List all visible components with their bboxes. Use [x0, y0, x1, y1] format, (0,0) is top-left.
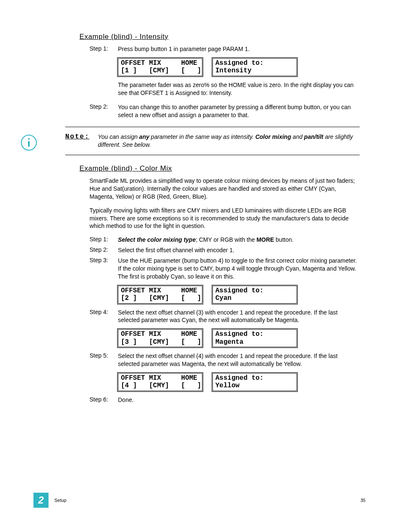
lcd-left: OFFSET MIX HOME [3 ] [CMY] [ ] [117, 328, 203, 348]
lcd-line: Assigned to: [215, 59, 263, 67]
lcd-display-row: OFFSET MIX HOME [1 ] [CMY] [ ] Assigned … [117, 57, 360, 77]
step-row: Step 4: Select the next offset channel (… [90, 309, 360, 325]
step-label: Step 4: [90, 309, 118, 325]
paragraph: Typically moving lights with filters are… [90, 207, 360, 230]
lcd-line: Assigned to: [215, 287, 263, 294]
lcd-line: [2 ] [CMY] [ ] [121, 294, 201, 302]
section-intensity: Example (blind) - Intensity Step 1: Pres… [79, 33, 360, 119]
lcd-right: Assigned to: Magenta [212, 328, 298, 348]
step-label: Step 1: [90, 236, 118, 244]
lcd-caption: The parameter fader was as zero% so the … [118, 81, 360, 97]
lcd-line: Cyan [215, 294, 231, 302]
step-row: Step 6: Done. [90, 396, 360, 404]
lcd-line: OFFSET MIX HOME [121, 330, 197, 338]
lcd-line: Yellow [215, 382, 240, 389]
step-text: Select the next offset channel (3) with … [118, 309, 360, 325]
chapter-number-box: 2 [33, 493, 49, 508]
lcd-display-row: OFFSET MIX HOME [4 ] [CMY] [ ] Assigned … [117, 372, 360, 392]
page: Example (blind) - Intensity Step 1: Pres… [0, 0, 399, 532]
note-block: Note: You can assign any parameter in th… [65, 127, 360, 155]
lcd-right: Assigned to: Intensity [212, 57, 298, 77]
lcd-line: Magenta [215, 338, 243, 346]
page-footer: 2 Setup 35 [33, 493, 366, 508]
step-label: Step 3: [90, 257, 118, 281]
lcd-line: Assigned to: [215, 374, 263, 382]
lcd-line: [4 ] [CMY] [ ] [121, 382, 201, 389]
lcd-line: Intensity [215, 67, 251, 74]
step-label: Step 6: [90, 396, 118, 404]
step-label: Step 5: [90, 352, 118, 368]
lcd-line: OFFSET MIX HOME [121, 374, 197, 382]
step-text: Select the first offset channel with enc… [118, 246, 360, 254]
step-text: Press bump button 1 in parameter page PA… [118, 45, 360, 53]
step-row: Step 1: Press bump button 1 in parameter… [90, 45, 360, 53]
page-number: 35 [361, 498, 366, 503]
step-text: Select the color mixing type; CMY or RGB… [118, 236, 360, 244]
section-colormix: Example (blind) - Color Mix SmartFade ML… [79, 164, 360, 404]
step-text: You can change this to another parameter… [118, 103, 360, 119]
lcd-left: OFFSET MIX HOME [2 ] [CMY] [ ] [117, 285, 203, 304]
heading-colormix: Example (blind) - Color Mix [79, 164, 360, 173]
lcd-left: OFFSET MIX HOME [4 ] [CMY] [ ] [117, 372, 203, 392]
heading-intensity: Example (blind) - Intensity [79, 33, 360, 41]
step-row: Step 3: Use the HUE parameter (bump butt… [90, 257, 360, 281]
lcd-line: [1 ] [CMY] [ ] [121, 67, 201, 74]
step-row: Step 2: You can change this to another p… [90, 103, 360, 119]
step-text: Use the HUE parameter (bump button 4) to… [118, 257, 360, 281]
footer-section-name: Setup [54, 498, 66, 503]
note-body: You can assign any parameter in the same… [98, 133, 360, 149]
step-label: Step 2: [90, 246, 118, 254]
lcd-line: [3 ] [CMY] [ ] [121, 338, 201, 346]
lcd-line: OFFSET MIX HOME [121, 59, 197, 67]
lcd-display-row: OFFSET MIX HOME [3 ] [CMY] [ ] Assigned … [117, 328, 360, 348]
step-label: Step 2: [90, 103, 118, 119]
step-label: Step 1: [90, 45, 118, 53]
content-body: Example (blind) - Intensity Step 1: Pres… [79, 33, 360, 404]
lcd-line: OFFSET MIX HOME [121, 287, 197, 294]
lcd-right: Assigned to: Yellow [212, 372, 298, 392]
step-text: Select the next offset channel (4) with … [118, 352, 360, 368]
note-label: Note: [65, 133, 98, 149]
lcd-left: OFFSET MIX HOME [1 ] [CMY] [ ] [117, 57, 203, 77]
lcd-right: Assigned to: Cyan [212, 285, 298, 304]
lcd-line: Assigned to: [215, 330, 263, 338]
note-icon [21, 135, 37, 151]
step-text: Done. [118, 396, 360, 404]
lcd-display-row: OFFSET MIX HOME [2 ] [CMY] [ ] Assigned … [117, 285, 360, 304]
step-row: Step 1: Select the color mixing type; CM… [90, 236, 360, 244]
step-row: Step 5: Select the next offset channel (… [90, 352, 360, 368]
paragraph: SmartFade ML provides a simplified way t… [90, 177, 360, 201]
step-row: Step 2: Select the first offset channel … [90, 246, 360, 254]
